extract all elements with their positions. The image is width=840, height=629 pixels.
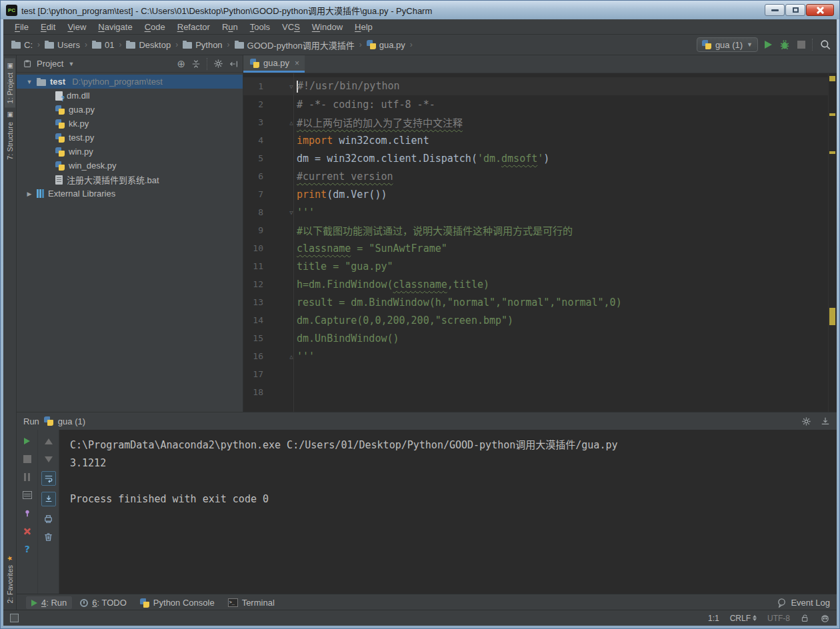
tool-window-button-terminal[interactable]: >_Terminal	[223, 596, 280, 609]
line-number[interactable]: 18	[243, 387, 263, 397]
menu-tools[interactable]: Tools	[244, 19, 276, 34]
code-line-15[interactable]: 15dm.UnBindWindow()	[243, 329, 837, 347]
gear-settings-icon[interactable]	[801, 416, 811, 426]
rerun-button[interactable]	[21, 435, 33, 447]
fold-marker-icon[interactable]: ▽	[286, 209, 297, 216]
line-number[interactable]: 16	[243, 351, 263, 361]
line-number[interactable]: 1	[243, 81, 263, 91]
run-configuration-select[interactable]: gua (1) ▼	[697, 37, 758, 52]
code-editor[interactable]: 1▽#!/usr/bin/python2# -*- coding: utf-8 …	[243, 73, 837, 412]
breadcrumb-item[interactable]: GOOD-python调用大漠插件	[233, 39, 356, 51]
chevron-down-icon[interactable]: ▼	[68, 61, 74, 67]
fold-marker-icon[interactable]: △	[286, 353, 297, 360]
line-number[interactable]: 7	[243, 189, 263, 199]
help-button[interactable]: ?	[21, 543, 33, 555]
warning-mark[interactable]	[829, 151, 835, 154]
tree-item-test-py[interactable]: test.py	[17, 131, 243, 145]
line-number[interactable]: 3	[243, 117, 263, 127]
stop-button[interactable]	[21, 453, 33, 465]
line-number[interactable]: 5	[243, 153, 263, 163]
breadcrumb-item[interactable]: Users	[43, 40, 81, 50]
line-number[interactable]: 9	[243, 225, 263, 235]
stop-button[interactable]	[797, 41, 805, 49]
tree-item-external-libraries[interactable]: ▶External Libraries	[17, 187, 243, 201]
fold-marker-icon[interactable]: ▽	[286, 83, 297, 90]
event-log-button[interactable]: Event Log	[777, 598, 830, 608]
code-line-9[interactable]: 9#以下截图功能测试通过，说明大漠插件这种调用方式是可行的	[243, 221, 837, 239]
line-number[interactable]: 4	[243, 135, 263, 145]
print-button[interactable]	[43, 512, 55, 524]
hide-panel-icon[interactable]	[821, 416, 830, 426]
line-number[interactable]: 2	[243, 99, 263, 109]
menu-view[interactable]: View	[61, 19, 92, 34]
fold-marker-icon[interactable]: △	[286, 119, 297, 126]
file-encoding[interactable]: UTF-8	[767, 614, 790, 623]
collapse-all-icon[interactable]	[191, 59, 201, 69]
caret-position[interactable]: 1:1	[708, 614, 719, 623]
code-line-13[interactable]: 13result = dm.BindWindow(h,"normal","nor…	[243, 293, 837, 311]
error-stripe[interactable]	[828, 73, 837, 412]
restore-button[interactable]	[785, 4, 805, 16]
code-line-18[interactable]: 18	[243, 383, 837, 401]
warning-mark[interactable]	[829, 76, 835, 81]
warning-mark[interactable]	[829, 113, 835, 116]
menu-edit[interactable]: Edit	[35, 19, 61, 34]
tree-item-win_desk-py[interactable]: win_desk.py	[17, 159, 243, 173]
code-line-1[interactable]: 1▽#!/usr/bin/python	[243, 77, 837, 95]
tree-root-test[interactable]: ▼testD:\python_program\test	[17, 75, 243, 89]
tree-item-dm-dll[interactable]: dm.dll	[17, 89, 243, 103]
code-line-6[interactable]: 6#current version	[243, 167, 837, 185]
menu-vcs[interactable]: VCS	[276, 19, 306, 34]
scroll-to-end-toggle[interactable]	[41, 492, 56, 506]
line-number[interactable]: 17	[243, 369, 263, 379]
code-line-14[interactable]: 14dm.Capture(0,0,200,200,"screen.bmp")	[243, 311, 837, 329]
close-panel-button[interactable]	[21, 525, 33, 537]
tool-window-button-python-console[interactable]: Python Console	[135, 596, 220, 609]
tree-item-gua-py[interactable]: gua.py	[17, 103, 243, 117]
menu-refactor[interactable]: Refactor	[171, 19, 216, 34]
soft-wrap-toggle[interactable]	[41, 471, 56, 486]
line-number[interactable]: 8	[243, 207, 263, 217]
clear-console-button[interactable]	[43, 530, 55, 542]
tool-window-quick-access-icon[interactable]	[10, 614, 19, 622]
next-occurrence-button[interactable]	[43, 453, 55, 465]
breadcrumb-item[interactable]: C:	[10, 40, 34, 50]
code-line-8[interactable]: 8▽'''	[243, 203, 837, 221]
line-number[interactable]: 11	[243, 261, 263, 271]
locate-file-icon[interactable]: ⊕	[177, 58, 185, 70]
pin-tab-button[interactable]	[21, 507, 33, 519]
inspections-hector-icon[interactable]	[820, 613, 830, 623]
line-number[interactable]: 14	[243, 315, 263, 325]
title-bar[interactable]: PC test [D:\python_program\test] - C:\Us…	[1, 1, 839, 19]
scrollbar-thumb[interactable]	[829, 308, 835, 325]
line-separator-select[interactable]: CRLF	[730, 614, 757, 623]
menu-window[interactable]: Window	[306, 19, 349, 34]
run-console-output[interactable]: C:\ProgramData\Anaconda2\python.exe C:/U…	[59, 430, 837, 594]
run-button[interactable]	[765, 41, 772, 49]
code-line-2[interactable]: 2# -*- coding: utf-8 -*-	[243, 95, 837, 113]
menu-navigate[interactable]: Navigate	[92, 19, 138, 34]
code-line-10[interactable]: 10classname = "SunAwtFrame"	[243, 239, 837, 257]
pause-output-button[interactable]	[21, 471, 33, 483]
code-line-12[interactable]: 12h=dm.FindWindow(classname,title)	[243, 275, 837, 293]
stripe-2-favorites[interactable]: 2: Favorites★	[5, 550, 15, 607]
tree-item-win-py[interactable]: win.py	[17, 145, 243, 159]
tree-collapse-arrow[interactable]: ▶	[26, 191, 33, 197]
breadcrumb-item[interactable]: gua.py	[365, 40, 407, 50]
hide-panel-icon[interactable]	[229, 59, 239, 69]
breadcrumb-item[interactable]: Python	[181, 40, 223, 50]
code-line-7[interactable]: 7print(dm.Ver())	[243, 185, 837, 203]
tree-item--bat[interactable]: 注册大漠插件到系统.bat	[17, 173, 243, 187]
tool-window-button-6-todo[interactable]: 6: TODO	[75, 596, 132, 609]
line-number[interactable]: 10	[243, 243, 263, 253]
line-number[interactable]: 15	[243, 333, 263, 343]
menu-help[interactable]: Help	[349, 19, 379, 34]
menu-run[interactable]: Run	[216, 19, 244, 34]
tool-window-button-4-run[interactable]: 4: Run	[26, 596, 72, 609]
search-everywhere-icon[interactable]	[819, 39, 831, 51]
code-line-4[interactable]: 4import win32com.client	[243, 131, 837, 149]
menu-code[interactable]: Code	[139, 19, 171, 34]
code-line-17[interactable]: 17	[243, 365, 837, 383]
breadcrumb-item[interactable]: Desktop	[125, 40, 172, 50]
line-number[interactable]: 13	[243, 297, 263, 307]
